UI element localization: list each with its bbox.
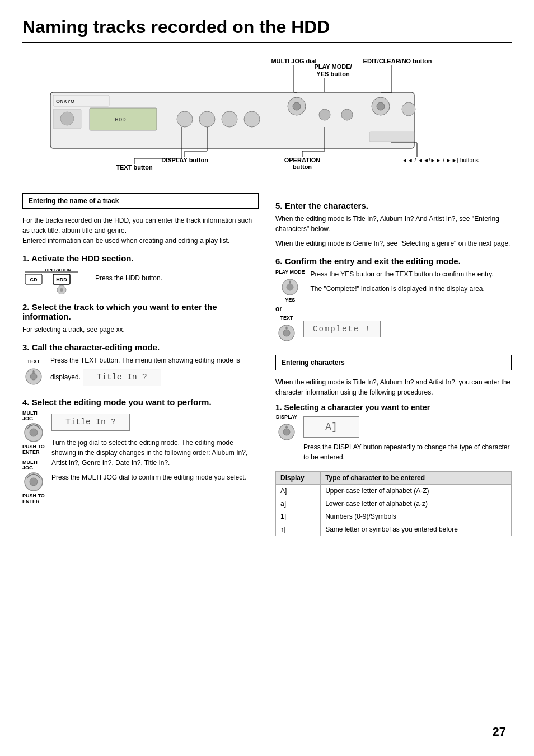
step4-heading: 4. Select the editing mode you want to p… xyxy=(22,397,259,407)
step4-dial2-icon xyxy=(22,471,45,493)
step6-dial1: PLAY MODE YES xyxy=(275,269,305,303)
entering-name-description: For the tracks recorded on the HDD, you … xyxy=(22,215,259,246)
svg-point-60 xyxy=(287,284,293,290)
svg-point-12 xyxy=(293,102,301,110)
svg-text:MULTI JOG dial: MULTI JOG dial xyxy=(271,58,316,64)
step5-text2: When the editing mode is Genre In?, see … xyxy=(275,238,512,248)
svg-text:TEXT button: TEXT button xyxy=(116,164,153,171)
or-label: or xyxy=(275,305,512,313)
step4-text2: Press the MULTI JOG dial to confirm the … xyxy=(51,472,259,482)
svg-point-17 xyxy=(402,102,415,116)
char-type-3: Numbers (0-9)/Symbols xyxy=(321,510,512,523)
step4-dial2-label: MULTI JOG xyxy=(22,459,45,471)
char-type-2: Lower-case letter of alphabet (a-z) xyxy=(321,497,512,510)
svg-text:OPERATION: OPERATION xyxy=(45,267,71,273)
step4-icons: MULTI JOG PUSH TO ENTER MULTI JOG xyxy=(22,410,45,504)
step3-heading: 3. Call the character-editing mode. xyxy=(22,342,259,352)
substep1-ai-display: A] xyxy=(303,416,359,438)
svg-point-14 xyxy=(341,109,353,120)
text-dial-icon xyxy=(22,364,45,387)
divider xyxy=(275,349,512,349)
substep1-heading: 1. Selecting a character you want to ent… xyxy=(275,403,512,412)
svg-point-10 xyxy=(244,111,260,127)
step6-heading: 6. Confirm the entry and exit the editin… xyxy=(275,256,512,266)
svg-point-4 xyxy=(60,112,74,125)
step3-dial: TEXT xyxy=(22,359,45,387)
svg-text:YES button: YES button xyxy=(316,71,350,77)
step4-dial1-icon xyxy=(22,421,45,444)
step4-content: MULTI JOG PUSH TO ENTER MULTI JOG xyxy=(22,410,259,504)
svg-text:HDD: HDD xyxy=(115,116,126,123)
table-row: a] Lower-case letter of alphabet (a-z) xyxy=(276,497,512,510)
two-col-layout: Entering the name of a track For the tra… xyxy=(22,193,512,536)
step6-text-dial: TEXT xyxy=(275,315,298,343)
operation-diagram: OPERATION CD HDD xyxy=(22,266,90,294)
char-table: Display Type of character to be entered … xyxy=(275,471,512,536)
step2-text: For selecting a track, see page xx. xyxy=(22,325,259,335)
svg-text:CD: CD xyxy=(30,277,38,283)
step4-text: Turn the jog dial to select the editing … xyxy=(51,438,259,468)
substep1-right: A] Press the DISPLAY button repeatedly t… xyxy=(303,414,512,467)
svg-point-8 xyxy=(199,111,215,127)
char-table-header-display: Display xyxy=(276,472,321,485)
step6-yes-dial xyxy=(279,275,301,297)
page-number: 27 xyxy=(493,725,506,739)
svg-text:PLAY MODE/: PLAY MODE/ xyxy=(314,63,352,70)
step4-dial1-label: MULTI JOG xyxy=(22,410,45,421)
step6-text-label: TEXT xyxy=(280,315,293,321)
step4-push1-label: PUSH TO ENTER xyxy=(22,444,45,455)
char-table-header-type: Type of character to be entered xyxy=(321,472,512,485)
step4-push2-label: PUSH TO ENTER xyxy=(22,493,45,504)
device-diagram: ONKYO HDD MULTI JOG xyxy=(22,53,512,182)
substep1-text: Press the DISPLAY button repeatedly to c… xyxy=(303,442,512,462)
svg-point-16 xyxy=(377,102,385,110)
substep1-dial-icon xyxy=(275,420,298,442)
step4-text-area: Title In ? Turn the jog dial to select t… xyxy=(51,410,259,487)
step6-row2: TEXT Complete ! xyxy=(275,315,512,343)
svg-text:ONKYO: ONKYO xyxy=(56,98,74,104)
table-row: ↑] Same letter or symbol as you entered … xyxy=(276,523,512,536)
svg-text:HDD: HDD xyxy=(56,277,67,283)
step3-display: Title In ? xyxy=(83,369,161,386)
svg-text:EDIT/CLEAR/NO button: EDIT/CLEAR/NO button xyxy=(363,58,432,64)
char-type-4: Same letter or symbol as you entered bef… xyxy=(321,523,512,536)
entering-chars-description: When the editing mode is Title In?, Alub… xyxy=(275,377,512,397)
step5-text1: When the editing mode is Title In?, Alub… xyxy=(275,214,512,234)
svg-point-62 xyxy=(283,330,290,336)
substep1-display-label: DISPLAY xyxy=(276,414,297,420)
col-right: 5. Enter the characters. When the editin… xyxy=(275,193,512,536)
step1-icon-row: OPERATION CD HDD Press the HDD button. xyxy=(22,266,259,294)
step6-row1: PLAY MODE YES Press the YES button or th… xyxy=(275,269,512,303)
step1-heading: 1. Activate the HDD section. xyxy=(22,253,259,263)
entering-name-box: Entering the name of a track xyxy=(22,193,259,209)
svg-text:button: button xyxy=(293,163,312,170)
step6-text-dial-icon xyxy=(275,321,298,343)
step4-dial1-group: MULTI JOG PUSH TO ENTER xyxy=(22,410,45,455)
step4-display: Title In ? xyxy=(51,414,130,431)
svg-point-56 xyxy=(30,429,38,436)
entering-chars-box: Entering characters xyxy=(275,355,512,370)
step6-text1-area: Press the YES button or the TEXT button … xyxy=(311,269,494,298)
step4-dial2-group: MULTI JOG PUSH TO ENTER xyxy=(22,459,45,504)
substep1-display-dial: DISPLAY xyxy=(275,414,298,442)
step6-complete-display: Complete ! xyxy=(303,321,381,337)
char-display-3: 1] xyxy=(276,510,321,523)
char-type-1: Upper-case letter of alphabet (A-Z) xyxy=(321,485,512,497)
char-display-1: A] xyxy=(276,485,321,497)
svg-point-13 xyxy=(319,109,330,120)
svg-text:DISPLAY button: DISPLAY button xyxy=(161,157,208,163)
step2-heading: 2. Select the track to which you want to… xyxy=(22,302,259,321)
table-row: 1] Numbers (0-9)/Symbols xyxy=(276,510,512,523)
char-display-2: a] xyxy=(276,497,321,510)
step5-heading: 5. Enter the characters. xyxy=(275,201,512,210)
entering-name-title: Entering the name of a track xyxy=(29,197,119,205)
svg-point-7 xyxy=(177,111,193,127)
svg-point-9 xyxy=(222,111,237,127)
col-left: Entering the name of a track For the tra… xyxy=(22,193,259,536)
table-row: A] Upper-case letter of alphabet (A-Z) xyxy=(276,485,512,497)
step6-play-mode-label: PLAY MODE xyxy=(275,269,305,275)
step6-text1: Press the YES button or the TEXT button … xyxy=(311,269,494,279)
svg-point-54 xyxy=(30,373,37,380)
step1-text: Press the HDD button. xyxy=(95,273,162,283)
step3-icon-row: TEXT Press the TEXT button. The menu ite… xyxy=(22,355,259,389)
